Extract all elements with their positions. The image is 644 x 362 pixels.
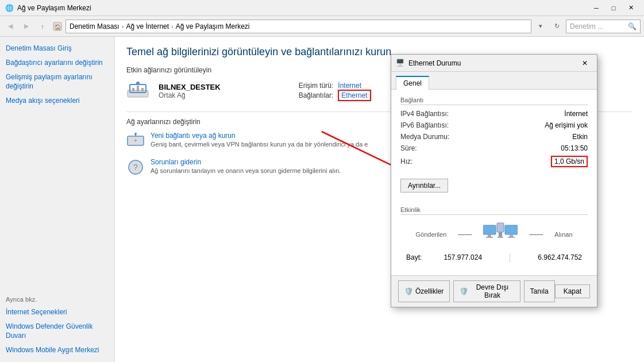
bytes-label: Bayt: — [406, 253, 422, 263]
shield-icon: 🏠 — [52, 21, 63, 32]
properties-button[interactable]: 🛡️ Özellikler — [398, 280, 450, 302]
received-label: Alınan — [554, 231, 572, 238]
duration-label: Süre: — [400, 144, 417, 152]
access-type-label: Erişim türü: — [299, 82, 334, 90]
close-window-button[interactable]: ✕ — [622, 1, 639, 16]
search-icon: 🔍 — [628, 22, 637, 30]
window-icon: 🌐 — [5, 3, 14, 13]
dialog-icon: 🖥️ — [396, 59, 405, 68]
ipv4-value: İnternet — [564, 110, 588, 118]
bytes-received: 6.962.474.752 — [538, 253, 582, 263]
disable-button[interactable]: 🛡️ Devre Dışı Bırak — [453, 280, 520, 302]
svg-rect-17 — [488, 234, 491, 237]
sidebar-item-mobile[interactable]: Windows Mobile Aygıt Merkezi — [6, 345, 109, 355]
dialog-row-media: Medya Durumu: Etkin — [400, 133, 588, 141]
sidebar-item-home[interactable]: Denetim Masası Giriş — [6, 44, 109, 53]
network-name: BILNEX_DESTEK — [159, 83, 221, 91]
svg-rect-16 — [483, 225, 496, 234]
svg-point-7 — [136, 82, 140, 85]
connections-value[interactable]: Ethernet — [338, 90, 371, 101]
ipv4-label: IPv4 Bağlantısı: — [400, 110, 449, 118]
bytes-sent: 157.977.024 — [444, 253, 482, 263]
svg-rect-24 — [498, 237, 503, 238]
troubleshoot-desc: Ağ sorunlarını tanılayın ve onarın veya … — [151, 167, 341, 174]
dialog-row-duration: Süre: 05:13:50 — [400, 144, 588, 152]
troubleshoot-icon: ? — [126, 158, 145, 176]
media-label: Medya Durumu: — [400, 133, 449, 141]
connections-label: Bağlantılar: — [299, 91, 334, 99]
tab-genel[interactable]: Genel — [396, 76, 429, 90]
breadcrumb-3: Ağ ve Paylaşım Merkezi — [176, 22, 250, 30]
dialog-close-button[interactable]: ✕ — [577, 57, 592, 70]
svg-text:+: + — [134, 137, 137, 144]
search-placeholder: Denetim ... — [570, 22, 603, 30]
dialog-title: Ethernet Durumu — [408, 59, 577, 67]
sidebar-item-internet-options[interactable]: İnternet Seçenekleri — [6, 307, 109, 317]
new-connection-desc: Geniş bant, çevirmeli veya VPN bağlantıs… — [151, 141, 368, 148]
back-button[interactable]: ◀ — [3, 20, 17, 33]
details-button[interactable]: Ayrıntılar... — [400, 179, 448, 192]
forward-button[interactable]: ▶ — [20, 20, 33, 33]
dialog-footer: 🛡️ Özellikler 🛡️ Devre Dışı Bırak Tanıla… — [391, 275, 597, 307]
dialog-row-speed: Hız: 1,0 Gb/sn — [400, 156, 588, 167]
sidebar-item-adapter[interactable]: Bağdaştırıcı ayarlarını değiştirin — [6, 58, 109, 68]
troubleshoot-link[interactable]: Sorunları giderin — [151, 158, 201, 166]
new-connection-link[interactable]: Yeni bağlantı veya ağ kurun — [151, 132, 236, 140]
ethernet-status-dialog[interactable]: 🖥️ Ethernet Durumu ✕ Genel Bağlantı IPv4… — [391, 54, 597, 307]
address-bar[interactable]: Denetim Masası › Ağ ve İnternet › Ağ ve … — [65, 20, 531, 33]
sidebar-item-media[interactable]: Medya akışı seçenekleri — [6, 96, 109, 106]
dialog-row-ipv4: IPv4 Bağlantısı: İnternet — [400, 110, 588, 118]
svg-text:?: ? — [133, 163, 138, 172]
speed-label: Hız: — [400, 157, 412, 165]
diagnose-button[interactable]: Tanıla — [524, 280, 555, 302]
activity-section-label: Etkinlik — [400, 206, 588, 215]
sidebar: Denetim Masası Giriş Bağdaştırıcı ayarla… — [0, 37, 115, 362]
dialog-body: Bağlantı IPv4 Bağlantısı: İnternet IPv6 … — [391, 90, 597, 275]
breadcrumb-1: Denetim Masası — [70, 22, 119, 30]
window-controls: ─ □ ✕ — [588, 1, 639, 16]
svg-rect-3 — [132, 88, 134, 91]
sidebar-item-sharing[interactable]: Gelişmiş paylaşım ayarlarını değiştirin — [6, 72, 109, 92]
svg-rect-18 — [486, 237, 493, 238]
ipv6-label: IPv6 Bağlantısı: — [400, 121, 449, 129]
ipv6-value: Ağ erişimi yok — [545, 121, 588, 129]
network-meta: Erişim türü: İnternet Bağlantılar: Ether… — [299, 82, 371, 101]
svg-text:🏠: 🏠 — [55, 24, 61, 30]
connection-section-label: Bağlantı — [400, 97, 588, 105]
network-icon — [126, 80, 149, 101]
up-button[interactable]: ↑ — [36, 20, 49, 33]
network-computers-icon — [483, 221, 518, 248]
close-button[interactable]: Kapat — [555, 284, 590, 298]
new-connection-icon: + — [126, 132, 145, 150]
minimize-button[interactable]: ─ — [588, 1, 605, 16]
svg-rect-19 — [505, 225, 518, 234]
svg-rect-21 — [508, 237, 515, 238]
sent-label: Gönderilen — [415, 231, 446, 238]
network-type: Ortak Ağ — [159, 91, 221, 99]
dialog-title-bar: 🖥️ Ethernet Durumu ✕ — [391, 55, 597, 72]
refresh-button[interactable]: ↻ — [550, 20, 564, 33]
main-container: Denetim Masası Giriş Bağdaştırıcı ayarla… — [0, 37, 644, 362]
svg-rect-23 — [499, 232, 502, 237]
speed-value: 1,0 Gb/sn — [551, 156, 588, 167]
address-dropdown-button[interactable]: ▾ — [534, 20, 547, 33]
media-value: Etkin — [572, 133, 588, 141]
sidebar-also-label: Ayrıca bkz. — [6, 296, 109, 303]
search-box[interactable]: Denetim ... 🔍 — [566, 20, 641, 33]
dialog-tabs: Genel — [391, 72, 597, 90]
sidebar-item-defender[interactable]: Windows Defender Güvenlik Duvarı — [6, 322, 109, 341]
svg-rect-5 — [141, 88, 144, 91]
breadcrumb-2: Ağ ve İnternet — [126, 22, 169, 30]
duration-value: 05:13:50 — [561, 144, 588, 152]
content-area: Temel ağ bilgilerinizi görüntüleyin ve b… — [115, 37, 644, 362]
access-type-value: İnternet — [338, 82, 361, 90]
dialog-row-ipv6: IPv6 Bağlantısı: Ağ erişimi yok — [400, 121, 588, 129]
shield-footer-icon: 🛡️ — [404, 287, 413, 295]
window-title: Ağ ve Paylaşım Merkezi — [17, 4, 588, 12]
toolbar: ◀ ▶ ↑ 🏠 Denetim Masası › Ağ ve İnternet … — [0, 16, 644, 37]
maximize-button[interactable]: □ — [605, 1, 622, 16]
activity-icons: Gönderilen —— — [400, 221, 588, 248]
activity-section: Etkinlik Gönderilen —— — [400, 206, 588, 263]
svg-point-10 — [134, 133, 137, 135]
title-bar: 🌐 Ağ ve Paylaşım Merkezi ─ □ ✕ — [0, 0, 644, 16]
